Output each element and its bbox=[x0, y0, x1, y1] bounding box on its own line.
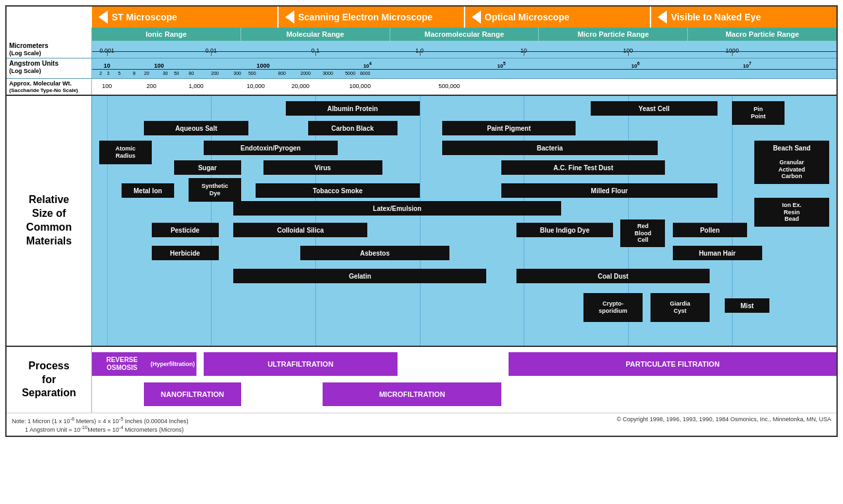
mat-paint: Paint Pigment bbox=[442, 121, 576, 135]
footer-copyright: © Copyright 1998, 1996, 1993, 1990, 1984… bbox=[617, 416, 831, 433]
process-bars-area: REVERSE OSMOSIS(Hyperfiltration) ULTRAFI… bbox=[92, 347, 836, 413]
mat-virus: Virus bbox=[263, 160, 382, 175]
mat-humanhair: Human Hair bbox=[673, 246, 762, 260]
ang-1000000: 106 bbox=[631, 61, 640, 69]
ang-tick-area: 2 3 5 8 20 30 50 80 200 300 500 800 2000… bbox=[92, 69, 836, 78]
mw-500000: 500,000 bbox=[439, 83, 461, 89]
ms-naked-label: Visible to Naked Eye bbox=[671, 12, 761, 22]
range-micro-particle: Micro Particle Range bbox=[539, 28, 688, 41]
microscope-naked: Visible to Naked Eye bbox=[651, 7, 836, 28]
mw-100: 100 bbox=[102, 83, 112, 89]
mat-redblood: RedBloodCell bbox=[620, 219, 665, 247]
mat-metal: Metal Ion bbox=[122, 183, 173, 198]
mw-row: Approx. Molecular Wt. (Saccharide Type-N… bbox=[7, 79, 836, 96]
mw-100000: 100,000 bbox=[350, 83, 371, 89]
mat-granular: GranularActivatedCarbon bbox=[754, 155, 829, 184]
arrow-sem bbox=[285, 11, 294, 24]
mat-atomic: AtomicRadius bbox=[99, 141, 151, 164]
mw-label: Approx. Molecular Wt. (Saccharide Type-N… bbox=[7, 79, 92, 95]
footer: Note: 1 Micron (1 x 10-6 Meters) = 4 x 1… bbox=[7, 413, 836, 436]
arrow-naked bbox=[658, 11, 667, 24]
mat-herbicide: Herbicide bbox=[152, 246, 219, 260]
mat-sugar: Sugar bbox=[174, 160, 241, 175]
mat-giardia: GiardiaCyst bbox=[650, 293, 710, 322]
mat-gelatin: Gelatin bbox=[233, 269, 486, 283]
arrow-st bbox=[99, 11, 108, 24]
mat-beach: Beach Sand bbox=[754, 141, 829, 155]
micro-label: Micrometers (Log Scale) bbox=[7, 41, 92, 58]
mat-colloidal: Colloidal Silica bbox=[233, 223, 367, 237]
ms-optical-label: Optical Microscope bbox=[485, 12, 570, 22]
proc-particulate: PARTICULATE FILTRATION bbox=[509, 352, 836, 376]
chart-title: RelativeSize ofCommonMaterials bbox=[7, 96, 92, 346]
mat-tobacco: Tobacco Smoke bbox=[256, 183, 419, 198]
mat-bacteria: Bacteria bbox=[442, 141, 658, 155]
ang-100000: 105 bbox=[497, 61, 506, 69]
mat-acfine: A.C. Fine Test Dust bbox=[501, 160, 665, 175]
process-label: ProcessforSeparation bbox=[7, 347, 92, 413]
mat-crypto: Crypto-sporidium bbox=[583, 293, 643, 322]
mat-synth: SyntheticDye bbox=[189, 178, 240, 202]
mat-pollen: Pollen bbox=[673, 223, 747, 237]
proc-nano: NANOFILTRATION bbox=[144, 382, 240, 406]
mat-pinpoint: PinPoint bbox=[732, 101, 784, 125]
materials-area: Albumin Protein Yeast Cell PinPoint Aque… bbox=[92, 96, 836, 346]
main-chart: RelativeSize ofCommonMaterials Albumin P… bbox=[7, 96, 836, 346]
mw-10000: 10,000 bbox=[246, 83, 265, 89]
mw-scale: 100 200 1,000 10,000 20,000 100,000 500,… bbox=[92, 79, 836, 91]
mat-carbon: Carbon Black bbox=[308, 121, 398, 135]
mat-mist: Mist bbox=[725, 298, 769, 313]
mat-blueindigo: Blue Indigo Dye bbox=[516, 223, 613, 237]
ang-1000: 1000 bbox=[257, 62, 270, 69]
proc-micro: MICROFILTRATION bbox=[323, 382, 501, 406]
mat-endotoxin: Endotoxin/Pyrogen bbox=[204, 141, 338, 155]
angstrom-row: Angstrom Units (Log Scale) 10 100 1000 1… bbox=[7, 58, 836, 79]
microscope-bar: ST Microscope Scanning Electron Microsco… bbox=[7, 7, 836, 28]
angstrom-label: Angstrom Units (Log Scale) bbox=[7, 58, 92, 78]
range-ionic: Ionic Range bbox=[92, 28, 241, 41]
mat-albumin: Albumin Protein bbox=[286, 101, 420, 116]
ang-10: 10 bbox=[104, 62, 110, 69]
microscope-optical: Optical Microscope bbox=[465, 7, 652, 28]
mw-200: 200 bbox=[147, 83, 156, 89]
mat-aqueous: Aqueous Salt bbox=[144, 121, 248, 135]
ang-10000000: 107 bbox=[743, 61, 752, 69]
mat-yeast: Yeast Cell bbox=[591, 101, 718, 116]
ms-st-label: ST Microscope bbox=[112, 12, 177, 22]
process-section: ProcessforSeparation REVERSE OSMOSIS(Hyp… bbox=[7, 346, 836, 413]
mw-20000: 20,000 bbox=[291, 83, 309, 89]
ang-100: 100 bbox=[154, 62, 164, 69]
proc-reverse-osmosis: REVERSE OSMOSIS(Hyperfiltration) bbox=[92, 352, 196, 376]
range-macro: Macromolecular Range bbox=[390, 28, 539, 41]
micro-tick-line bbox=[92, 51, 836, 55]
range-molecular: Molecular Range bbox=[241, 28, 390, 41]
mat-latex: Latex/Emulsion bbox=[233, 201, 561, 216]
footer-note: Note: 1 Micron (1 x 10-6 Meters) = 4 x 1… bbox=[12, 416, 189, 433]
ms-sem-label: Scanning Electron Microscope bbox=[298, 12, 433, 22]
range-macro-particle: Macro Particle Range bbox=[688, 28, 836, 41]
chart-container: ST Microscope Scanning Electron Microsco… bbox=[5, 5, 838, 437]
arrow-optical bbox=[472, 11, 481, 24]
range-bar: Ionic Range Molecular Range Macromolecul… bbox=[92, 28, 836, 41]
ang-10000: 104 bbox=[363, 61, 372, 69]
mat-asbestos: Asbestos bbox=[300, 246, 449, 260]
mat-ionex: Ion Ex.ResinBead bbox=[754, 198, 829, 227]
micrometers-row: Micrometers (Log Scale) 0.001 0.01 0.1 1… bbox=[7, 41, 836, 58]
angstrom-scale: 10 100 1000 104 105 106 107 2 3 5 8 20 3… bbox=[92, 58, 836, 78]
mat-coal: Coal Dust bbox=[516, 269, 710, 283]
mat-flour: Milled Flour bbox=[501, 183, 718, 198]
mat-pesticide: Pesticide bbox=[152, 223, 219, 237]
mw-1000: 1,000 bbox=[189, 83, 204, 89]
micro-scale: 0.001 0.01 0.1 1.0 10 100 1000 bbox=[92, 41, 836, 55]
microscope-sem: Scanning Electron Microscope bbox=[279, 7, 465, 28]
microscope-st: ST Microscope bbox=[92, 7, 279, 28]
proc-ultrafilter: ULTRAFILTRATION bbox=[204, 352, 398, 376]
range-row: Ionic Range Molecular Range Macromolecul… bbox=[7, 28, 836, 41]
